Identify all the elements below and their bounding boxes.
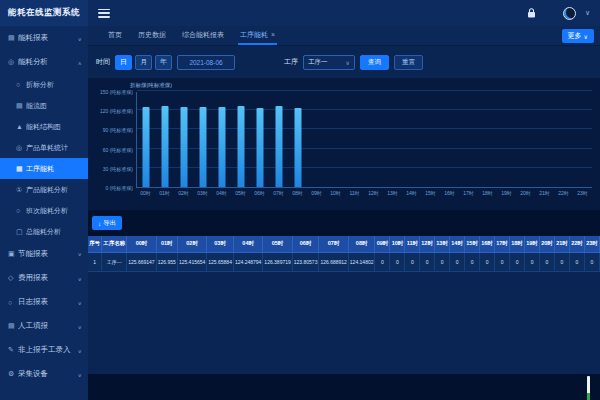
value-cell: 126.955 <box>156 252 177 271</box>
sidebar-item-log-report[interactable]: ○日志报表∨ <box>0 290 88 314</box>
tab-history-data[interactable]: 历史数据 <box>130 30 174 45</box>
period-button-2[interactable]: 年 <box>155 55 172 70</box>
column-header: 02时 <box>177 236 206 252</box>
sidebar-item-total-energy-analysis[interactable]: ▢总能耗分析 <box>0 221 88 242</box>
sidebar-item-manual-fill[interactable]: ▤人工填报∨ <box>0 314 88 338</box>
user-menu-caret-icon[interactable]: ∨ <box>585 9 590 17</box>
x-tick-label: 02时 <box>174 188 193 200</box>
close-icon[interactable]: × <box>271 31 275 38</box>
sidebar-item-manual-entry[interactable]: ✎非上报手工录入∨ <box>0 338 88 362</box>
lock-icon[interactable] <box>527 8 536 18</box>
value-cell: 126.389719 <box>263 252 292 271</box>
x-tick-label: 09时 <box>307 188 326 200</box>
bar-03时[interactable] <box>200 107 207 187</box>
bar-05时[interactable] <box>238 106 245 187</box>
more-button[interactable]: 更多∨ <box>562 29 594 43</box>
value-cell: 0 <box>555 252 570 271</box>
value-cell: 0 <box>480 252 495 271</box>
x-tick-label: 15时 <box>421 188 440 200</box>
reset-button[interactable]: 重置 <box>394 55 423 70</box>
x-tick-label: 10时 <box>326 188 345 200</box>
fullscreen-grid-icon[interactable] <box>545 9 554 18</box>
menu-toggle-icon[interactable] <box>98 9 110 18</box>
bar-01时[interactable] <box>162 106 169 187</box>
search-button[interactable]: 查询 <box>360 55 389 70</box>
convert-icon: ○ <box>16 81 26 88</box>
value-cell: 0 <box>420 252 435 271</box>
x-tick-label: 00时 <box>136 188 155 200</box>
tabs: 首页历史数据综合能耗报表工序能耗× <box>100 30 283 45</box>
tab-comprehensive-report[interactable]: 综合能耗报表 <box>174 30 232 45</box>
value-cell: 0 <box>375 252 390 271</box>
y-tick-label: 120 (吨标准煤) <box>100 108 133 114</box>
chevron-down-icon: ∨ <box>78 323 82 329</box>
bar-00时[interactable] <box>143 107 150 187</box>
sidebar-item-saving-report[interactable]: ▣节能报表∨ <box>0 242 88 266</box>
x-tick-label: 05时 <box>231 188 250 200</box>
sidebar-item-process-energy[interactable]: ▦工序能耗 <box>0 158 88 179</box>
period-button-1[interactable]: 月 <box>135 55 152 70</box>
sidebar-item-cost-report[interactable]: ◇费用报表∨ <box>0 266 88 290</box>
tab-label: 历史数据 <box>138 31 166 38</box>
tab-label: 首页 <box>108 31 122 38</box>
sidebar-item-energy-report[interactable]: ▤能耗报表∨ <box>0 26 88 50</box>
tab-process-energy[interactable]: 工序能耗× <box>232 30 283 45</box>
date-input[interactable]: 2021-08-06 <box>177 55 235 70</box>
sidebar-item-energy-structure[interactable]: ▲能耗结构图 <box>0 116 88 137</box>
manual-fill-icon: ▤ <box>8 322 18 330</box>
column-header: 08时 <box>348 236 375 252</box>
sidebar-item-label: 产品能耗分析 <box>26 185 82 195</box>
sidebar-item-label: 能耗结构图 <box>26 122 82 132</box>
topbar: ∨ <box>88 0 600 26</box>
bar-04时[interactable] <box>219 107 226 187</box>
sidebar-item-label: 产品单耗统计 <box>26 143 82 153</box>
tab-label: 综合能耗报表 <box>182 31 224 38</box>
column-header: 07时 <box>319 236 348 252</box>
sidebar-item-fold-analysis[interactable]: ○折标分析 <box>0 74 88 95</box>
sidebar-item-label: 日志报表 <box>18 297 76 307</box>
value-cell: 125.65884 <box>207 252 234 271</box>
value-cell: 0 <box>525 252 540 271</box>
main-area: ∨ 首页历史数据综合能耗报表工序能耗× 更多∨ 时间 日月年 2021-08-0… <box>88 0 600 400</box>
chevron-down-icon: ∨ <box>78 275 82 281</box>
bar-07时[interactable] <box>276 106 283 187</box>
bar-06时[interactable] <box>257 108 264 187</box>
process-select[interactable]: 工序一 ∨ <box>303 55 355 70</box>
sidebar-item-product-energy-analysis[interactable]: ①产品能耗分析 <box>0 179 88 200</box>
export-button[interactable]: ↓ 导出 <box>92 216 122 230</box>
x-tick-label: 17时 <box>459 188 478 200</box>
x-tick-label: 08时 <box>288 188 307 200</box>
x-tick-label: 16时 <box>440 188 459 200</box>
sidebar-item-energy-analysis[interactable]: ◎能耗分析∧ <box>0 50 88 74</box>
sidebar-item-label: 费用报表 <box>18 273 76 283</box>
x-tick-label: 14时 <box>402 188 421 200</box>
process-name-cell: 工序一 <box>102 252 127 271</box>
bar-08时[interactable] <box>295 108 302 187</box>
bar-02时[interactable] <box>181 107 188 187</box>
value-cell: 0 <box>435 252 450 271</box>
sidebar-item-energy-flow[interactable]: ▤能流图 <box>0 95 88 116</box>
sidebar-item-product-unit-stat[interactable]: ◎产品单耗统计 <box>0 137 88 158</box>
column-header: 21时 <box>555 236 570 252</box>
avatar[interactable] <box>563 7 576 20</box>
sidebar-item-shift-energy-analysis[interactable]: ○班次能耗分析 <box>0 200 88 221</box>
cost-report-icon: ◇ <box>8 274 18 282</box>
value-cell: 0 <box>405 252 420 271</box>
column-header: 09时 <box>375 236 390 252</box>
column-header: 20时 <box>540 236 555 252</box>
period-button-0[interactable]: 日 <box>115 55 132 70</box>
process-energy-icon: ▦ <box>16 165 26 173</box>
y-tick-label: 90 (吨标准煤) <box>103 127 133 133</box>
x-tick-label: 13时 <box>383 188 402 200</box>
x-tick-label: 20时 <box>516 188 535 200</box>
tab-home[interactable]: 首页 <box>100 30 130 45</box>
value-cell: 124.248794 <box>233 252 262 271</box>
column-header: 19时 <box>525 236 540 252</box>
chart-y-axis-labels: 0 (吨标准煤)30 (吨标准煤)60 (吨标准煤)90 (吨标准煤)120 (… <box>96 92 136 188</box>
value-cell: 0 <box>584 252 599 271</box>
sidebar-item-collect-device[interactable]: ⚙采集设备∨ <box>0 362 88 386</box>
x-tick-label: 04时 <box>212 188 231 200</box>
x-tick-label: 06时 <box>250 188 269 200</box>
column-header: 15时 <box>465 236 480 252</box>
chevron-up-icon: ∧ <box>78 59 82 65</box>
